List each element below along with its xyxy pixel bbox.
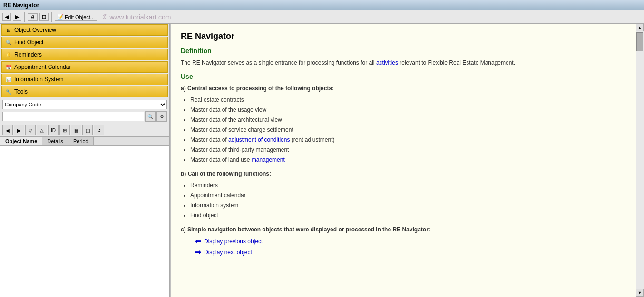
tree-table-button[interactable]: ▦	[71, 125, 81, 135]
layout-icon: ⊞	[42, 14, 46, 20]
filter-button[interactable]: ⚙	[156, 111, 167, 122]
main-window: RE Navigator ◀ ▶ 🖨 ⊞ 📝 Edit Object... © …	[0, 0, 644, 297]
tree-detail-button[interactable]: ◫	[82, 125, 93, 135]
tree-forward-button[interactable]: ▶	[14, 125, 24, 135]
subsection-b-label: b) Call of the following functions:	[181, 170, 634, 178]
layout-button[interactable]: ⊞	[39, 13, 49, 21]
list-item: Appointment calendar	[190, 191, 634, 200]
sidebar-item-reminders[interactable]: 🔔 Reminders	[1, 49, 168, 60]
content-scroll[interactable]: RE Navigator Definition The RE Navigator…	[171, 24, 644, 297]
list-item: Find object	[190, 211, 634, 220]
nav-links-area: ⬅ Display previous object ➡ Display next…	[195, 237, 634, 257]
scroll-down-button[interactable]: ▼	[636, 289, 644, 297]
list-item: Master data of the usage view	[190, 105, 634, 114]
arrow-left-icon: ⬅	[195, 237, 201, 246]
reminders-icon: 🔔	[5, 51, 12, 58]
sidebar-item-label-tools: Tools	[14, 88, 28, 95]
sidebar-item-appointment-calendar[interactable]: 📅 Appointment Calendar	[1, 61, 168, 73]
list-item: Reminders	[190, 181, 634, 190]
list-item: Master data of land use management	[190, 155, 634, 164]
definition-heading: Definition	[181, 47, 634, 55]
sidebar-item-tools[interactable]: 🔧 Tools	[1, 86, 168, 97]
tree-toolbar: ◀ ▶ ▽ △ ID ⊞ ▦	[0, 124, 169, 137]
sidebar-item-object-overview[interactable]: ⊞ Object Overview	[1, 24, 168, 36]
forward-icon: ▶	[15, 14, 19, 20]
tabs-row: Object Name Details Period	[0, 137, 169, 146]
sidebar-item-label-find-object: Find Object	[14, 39, 43, 46]
find-object-icon: 🔍	[5, 38, 12, 46]
tree-collapse-button[interactable]: △	[37, 125, 47, 135]
tree-refresh-button[interactable]: ↺	[94, 125, 104, 135]
scroll-up-button[interactable]: ▲	[636, 24, 644, 31]
print-button[interactable]: 🖨	[28, 13, 38, 21]
content-title: RE Navigator	[181, 31, 634, 41]
tab-details[interactable]: Details	[42, 137, 68, 145]
watermark: © www.tutorialkart.com	[103, 13, 171, 21]
sidebar-item-find-object[interactable]: 🔍 Find Object	[1, 37, 168, 48]
use-heading: Use	[181, 73, 634, 80]
information-icon: 📊	[5, 76, 12, 83]
tab-object-name[interactable]: Object Name	[0, 137, 42, 145]
forward-button[interactable]: ▶	[13, 13, 21, 21]
filter-icon: ⚙	[160, 114, 164, 119]
activities-link[interactable]: activities	[376, 59, 398, 66]
arrow-right-icon: ➡	[195, 248, 201, 257]
tree-back-icon: ◀	[6, 128, 10, 133]
sidebar-item-information-system[interactable]: 📊 Information System	[1, 74, 168, 85]
sidebar-item-label-information-system: Information System	[14, 76, 63, 83]
display-previous-link[interactable]: Display previous object	[204, 238, 263, 245]
scroll-track	[636, 31, 644, 289]
tab-details-label: Details	[47, 138, 63, 144]
tree-id-button[interactable]: ID	[48, 125, 59, 135]
subsection-a-label: a) Central access to processing of the f…	[181, 84, 634, 93]
tree-detail-icon: ◫	[86, 128, 90, 133]
window-title: RE Navigator	[3, 2, 39, 9]
display-next-item: ➡ Display next object	[195, 248, 634, 257]
definition-text: The RE Navigator serves as a single entr…	[181, 58, 634, 67]
title-bar: RE Navigator	[0, 0, 644, 10]
tree-table-icon: ▦	[74, 128, 78, 133]
calendar-icon: 📅	[5, 63, 12, 71]
tools-icon: 🔧	[5, 88, 12, 96]
list-item: Master data of third-party management	[190, 145, 634, 154]
sidebar: ⊞ Object Overview 🔍 Find Object 🔔 Remind…	[0, 24, 169, 297]
list-item: Master data of adjustment of conditions …	[190, 135, 634, 144]
search-button[interactable]: 🔍	[145, 111, 156, 122]
display-next-link[interactable]: Display next object	[204, 249, 252, 256]
search-row: 🔍 ⚙	[2, 111, 167, 122]
print-icon: 🖨	[30, 14, 35, 20]
sidebar-item-label-appointment-calendar: Appointment Calendar	[14, 64, 71, 70]
tree-forward-icon: ▶	[17, 128, 21, 133]
tree-back-button[interactable]: ◀	[2, 125, 13, 135]
tree-id-icon: ID	[51, 128, 56, 133]
search-input[interactable]	[2, 112, 144, 121]
tree-grid-button[interactable]: ⊞	[59, 125, 70, 135]
tab-period[interactable]: Period	[68, 137, 94, 145]
tree-collapse-icon: △	[40, 128, 44, 133]
company-code-dropdown[interactable]: Company Code	[2, 100, 167, 109]
back-button[interactable]: ◀	[2, 13, 11, 21]
separator-1	[24, 12, 25, 22]
edit-object-label: Edit Object...	[65, 14, 95, 20]
object-overview-icon: ⊞	[5, 26, 12, 34]
management-link[interactable]: management	[252, 156, 285, 163]
tree-filter-icon: ▽	[29, 128, 32, 133]
scroll-thumb[interactable]	[636, 32, 643, 51]
scrollbar-right: ▲ ▼	[636, 24, 644, 297]
tab-object-name-label: Object Name	[5, 138, 37, 144]
back-icon: ◀	[5, 14, 9, 20]
display-previous-item: ⬅ Display previous object	[195, 237, 634, 246]
edit-object-button[interactable]: 📝 Edit Object...	[55, 13, 97, 21]
separator-2	[51, 12, 52, 22]
list-item: Master data of the architectural view	[190, 115, 634, 124]
sidebar-item-label-reminders: Reminders	[14, 51, 42, 58]
subsection-c-label: c) Simple navigation between objects tha…	[181, 225, 634, 234]
edit-icon: 📝	[57, 14, 64, 20]
toolbar: ◀ ▶ 🖨 ⊞ 📝 Edit Object... © www.tutorialk…	[0, 10, 644, 24]
adjustment-link[interactable]: adjustment of conditions	[228, 136, 290, 143]
list-item: Information system	[190, 201, 634, 210]
tree-filter-button[interactable]: ▽	[25, 125, 36, 135]
dropdown-row: Company Code	[2, 100, 167, 109]
tab-period-label: Period	[73, 138, 88, 144]
objects-list: Real estate contracts Master data of the…	[190, 96, 634, 164]
